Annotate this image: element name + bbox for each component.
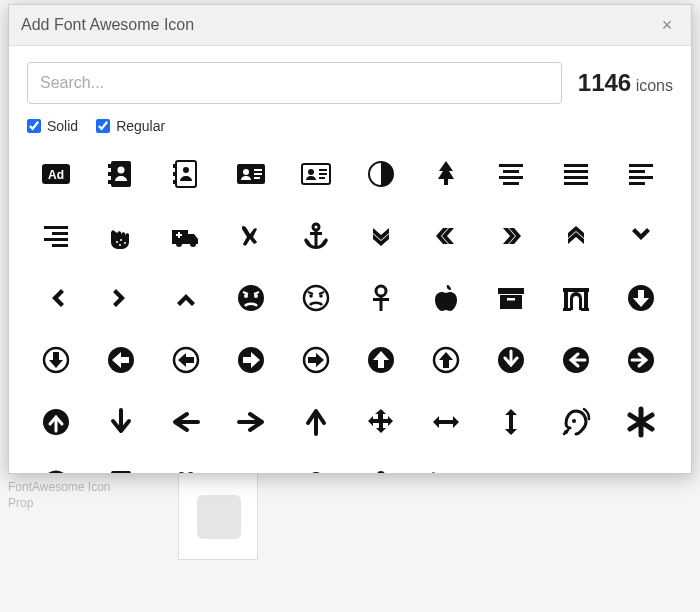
arrow-alt-circle-up-o-icon[interactable] [417,333,474,387]
angle-double-left-icon[interactable] [417,209,474,263]
arrow-circle-left-icon[interactable] [547,333,604,387]
angle-right-icon[interactable] [92,271,149,325]
font-awesome-picker-dialog: Add Font Awesome Icon × 1146 icons Solid… [8,4,692,474]
address-book-icon[interactable] [92,147,149,201]
backspace-icon[interactable] [482,457,539,473]
assistive-listening-systems-icon[interactable] [547,395,604,449]
address-book-o-icon[interactable] [157,147,214,201]
search-input[interactable] [27,62,562,104]
backdrop-card [178,470,258,560]
filter-regular-checkbox[interactable] [96,119,110,133]
arrow-circle-up-icon[interactable] [27,395,84,449]
ghost-placeholder-icon [197,495,241,539]
dialog-body: 1146 icons Solid Regular [9,46,691,473]
dialog-header: Add Font Awesome Icon × [9,5,691,46]
icon-count-number: 1146 [578,69,631,96]
icon-count-label: icons [636,77,673,94]
icon-count: 1146 icons [578,69,673,97]
filter-solid-checkbox[interactable] [27,119,41,133]
arrows-alt-icon[interactable] [352,395,409,449]
baby-icon[interactable] [352,457,409,473]
arrow-alt-circle-right-o-icon[interactable] [287,333,344,387]
address-card-o-icon[interactable] [287,147,344,201]
close-icon: × [662,15,673,35]
ad-icon[interactable] [27,147,84,201]
angry-icon[interactable] [222,271,279,325]
backdrop-panel-label: FontAwesome Icon Prop [8,480,128,511]
baby-carriage-icon[interactable] [417,457,474,473]
air-freshener-icon[interactable] [417,147,474,201]
align-left-icon[interactable] [612,147,669,201]
ambulance-icon[interactable] [157,209,214,263]
angle-down-icon[interactable] [612,209,669,263]
arrow-alt-circle-down-icon[interactable] [612,271,669,325]
ankh-icon[interactable] [352,271,409,325]
icon-grid [27,147,669,473]
arrow-up-icon[interactable] [287,395,344,449]
anchor-icon[interactable] [287,209,344,263]
close-button[interactable]: × [655,13,679,37]
angle-double-up-icon[interactable] [547,209,604,263]
bacon-icon[interactable] [612,457,669,473]
asterisk-icon[interactable] [612,395,669,449]
award-icon[interactable] [287,457,344,473]
angle-up-icon[interactable] [157,271,214,325]
arrow-alt-circle-left-icon[interactable] [92,333,149,387]
audio-description-icon[interactable] [222,457,279,473]
atlas-icon[interactable] [92,457,149,473]
filter-regular[interactable]: Regular [96,118,165,134]
arrow-down-icon[interactable] [92,395,149,449]
search-row: 1146 icons [27,62,673,104]
align-center-icon[interactable] [482,147,539,201]
apple-alt-icon[interactable] [417,271,474,325]
filter-solid-label: Solid [47,118,78,134]
angle-double-right-icon[interactable] [482,209,539,263]
arrow-alt-circle-down-o-icon[interactable] [27,333,84,387]
align-right-icon[interactable] [27,209,84,263]
arrow-circle-right-icon[interactable] [612,333,669,387]
backward-icon[interactable] [547,457,604,473]
adjust-icon[interactable] [352,147,409,201]
arrow-right-icon[interactable] [222,395,279,449]
archway-icon[interactable] [547,271,604,325]
angle-left-icon[interactable] [27,271,84,325]
align-justify-icon[interactable] [547,147,604,201]
allergies-icon[interactable] [92,209,149,263]
american-sign-language-icon[interactable] [222,209,279,263]
at-icon[interactable] [27,457,84,473]
angle-double-down-icon[interactable] [352,209,409,263]
filter-solid[interactable]: Solid [27,118,78,134]
arrow-circle-down-icon[interactable] [482,333,539,387]
arrows-alt-v-icon[interactable] [482,395,539,449]
filter-regular-label: Regular [116,118,165,134]
filter-row: Solid Regular [27,118,673,134]
archive-icon[interactable] [482,271,539,325]
icon-scroll-area[interactable] [27,146,673,473]
arrow-alt-circle-right-icon[interactable] [222,333,279,387]
atom-icon[interactable] [157,457,214,473]
arrow-left-icon[interactable] [157,395,214,449]
address-card-icon[interactable] [222,147,279,201]
angry-o-icon[interactable] [287,271,344,325]
dialog-title: Add Font Awesome Icon [21,16,194,34]
arrows-alt-h-icon[interactable] [417,395,474,449]
arrow-alt-circle-up-icon[interactable] [352,333,409,387]
arrow-alt-circle-left-o-icon[interactable] [157,333,214,387]
